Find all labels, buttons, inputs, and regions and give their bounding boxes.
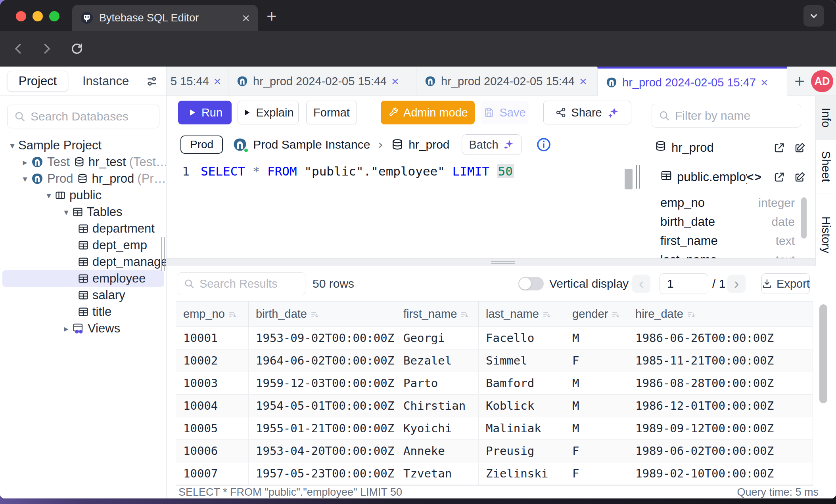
table-row[interactable]: 10006 1953-04-20T00:00:00Z Anneke Preusi… [176, 440, 813, 462]
edit-icon[interactable] [794, 142, 806, 154]
tree-item-tables[interactable]: ▾ Tables [0, 204, 167, 220]
new-sheet-button[interactable]: + [790, 67, 809, 96]
column-row[interactable]: emp_nointeger [645, 193, 815, 212]
tree-item-table[interactable]: title [0, 304, 167, 320]
browser-tab[interactable]: Bytebase SQL Editor × [72, 5, 258, 31]
back-button[interactable] [10, 40, 27, 57]
sort-icon[interactable] [228, 309, 238, 319]
caret-down-icon[interactable]: ▾ [6, 141, 18, 151]
editor-scrollbar[interactable] [625, 169, 633, 189]
close-icon[interactable]: × [214, 74, 221, 89]
panel-resize-handle[interactable] [636, 165, 640, 189]
browser-tab-close-icon[interactable]: × [242, 11, 250, 25]
vertical-display-toggle[interactable] [518, 277, 544, 290]
share-button[interactable]: Share [543, 101, 631, 124]
code-icon[interactable]: <> [747, 170, 762, 184]
tree-item-views[interactable]: ▸ Views [0, 320, 167, 337]
editor-tab-active[interactable]: hr_prod 2024-02-05 15:47 × [597, 67, 787, 96]
tree-item-db-prod[interactable]: ▾ Prod hr_prod (Pr… [0, 170, 167, 187]
sql-editor[interactable]: 1 SELECT * FROM "public"."employee" LIMI… [167, 158, 645, 258]
column-header[interactable]: emp_no [176, 302, 249, 326]
page-number-input[interactable] [660, 273, 708, 294]
filter-settings-icon[interactable] [145, 74, 159, 90]
tree-item-schema-public[interactable]: ▾ public [0, 187, 167, 204]
column-list-scrollbar[interactable] [801, 197, 807, 239]
close-icon[interactable]: × [579, 74, 587, 89]
tab-instance[interactable]: Instance [82, 67, 129, 96]
admin-mode-button[interactable]: Admin mode [381, 101, 475, 124]
database-name[interactable]: hr_prod [408, 138, 449, 151]
results-search[interactable] [178, 272, 305, 295]
results-resize-handle[interactable] [167, 258, 815, 266]
tree-item-db-test[interactable]: ▸ Test hr_test (Test… [0, 154, 167, 170]
next-page-button[interactable]: › [727, 275, 746, 293]
column-header[interactable]: first_name [396, 302, 479, 326]
column-header[interactable]: gender [565, 302, 628, 326]
column-header[interactable]: birth_date [249, 302, 396, 326]
sort-icon[interactable] [611, 309, 621, 319]
filter-by-name-input[interactable] [675, 109, 794, 122]
save-button[interactable]: Save [481, 101, 529, 124]
caret-down-icon[interactable]: ▾ [43, 191, 55, 200]
caret-right-icon[interactable]: ▸ [60, 324, 72, 334]
caret-down-icon[interactable]: ▾ [60, 207, 72, 217]
column-row[interactable]: birth_datedate [645, 212, 815, 231]
column-header[interactable]: last_name [479, 302, 565, 326]
table-row[interactable]: 10002 1964-06-02T00:00:00Z Bezalel Simme… [176, 349, 813, 372]
editor-tab[interactable]: hr_prod 2024-02-05 15:44 × [228, 67, 416, 96]
sort-icon[interactable] [686, 309, 696, 319]
prev-page-button[interactable]: ‹ [632, 275, 650, 293]
sort-icon[interactable] [542, 309, 552, 319]
external-link-icon[interactable] [773, 171, 785, 183]
tab-history[interactable]: History [816, 193, 836, 277]
info-icon[interactable] [536, 137, 551, 152]
forward-button[interactable] [38, 40, 56, 57]
traffic-light-minimize[interactable] [33, 11, 43, 21]
editor-tab[interactable]: 5 15:44 × [167, 67, 228, 96]
schema-filter[interactable] [652, 104, 801, 128]
format-button[interactable]: Format [306, 101, 357, 124]
table-row[interactable]: 10005 1955-01-21T00:00:00Z Kyoichi Malin… [176, 417, 813, 440]
tree-item-table[interactable]: department [0, 220, 167, 237]
sidebar-resize-handle[interactable] [161, 237, 165, 271]
table-row[interactable]: 10007 1957-05-23T00:00:00Z Tzvetan Zieli… [176, 462, 813, 485]
tree-item-table-selected[interactable]: employee [2, 270, 164, 287]
tree-item-table[interactable]: dept_emp [0, 237, 167, 254]
batch-button[interactable]: Batch [462, 134, 522, 155]
table-row[interactable]: 10004 1954-05-01T00:00:00Z Chirstian Kob… [176, 395, 813, 417]
traffic-light-close[interactable] [16, 11, 26, 21]
column-row[interactable]: first_nametext [645, 231, 815, 250]
tree-item-project[interactable]: ▾ Sample Project [0, 137, 167, 154]
export-button[interactable]: Export [761, 273, 810, 294]
instance-name[interactable]: Prod Sample Instance [253, 138, 370, 151]
search-results-input[interactable] [199, 277, 299, 290]
close-icon[interactable]: × [761, 75, 768, 90]
caret-right-icon[interactable]: ▸ [19, 157, 31, 167]
sort-icon[interactable] [310, 309, 320, 319]
schema-db-row[interactable]: hr_prod [645, 137, 815, 158]
ai-sparkle-icon[interactable] [607, 106, 619, 119]
tab-project[interactable]: Project [7, 71, 68, 92]
table-row[interactable]: 10001 1953-09-02T00:00:00Z Georgi Facell… [176, 327, 813, 349]
tab-search-button[interactable] [803, 5, 824, 27]
external-link-icon[interactable] [773, 142, 785, 154]
avatar[interactable]: AD [811, 70, 833, 92]
browser-new-tab-button[interactable]: + [267, 6, 277, 26]
run-button[interactable]: Run [178, 101, 232, 124]
column-header[interactable]: hire_date [628, 302, 778, 326]
explain-button[interactable]: Explain [238, 101, 299, 124]
results-scrollbar[interactable] [819, 304, 827, 403]
tree-item-table[interactable]: dept_manager [0, 254, 167, 270]
tree-item-table[interactable]: salary [0, 287, 167, 304]
tab-info[interactable]: Info [816, 96, 836, 140]
edit-icon[interactable] [794, 171, 806, 183]
search-databases-input[interactable] [31, 110, 153, 123]
column-row[interactable]: last_nametext [645, 250, 815, 258]
sort-icon[interactable] [460, 309, 470, 319]
table-row[interactable]: 10003 1959-12-03T00:00:00Z Parto Bamford… [176, 372, 813, 395]
database-search[interactable] [7, 105, 159, 128]
caret-down-icon[interactable]: ▾ [19, 174, 31, 184]
reload-button[interactable] [68, 40, 86, 57]
editor-tab[interactable]: hr_prod 2024-02-05 15:44 × [416, 67, 597, 96]
tab-sheet[interactable]: Sheet [816, 140, 836, 193]
